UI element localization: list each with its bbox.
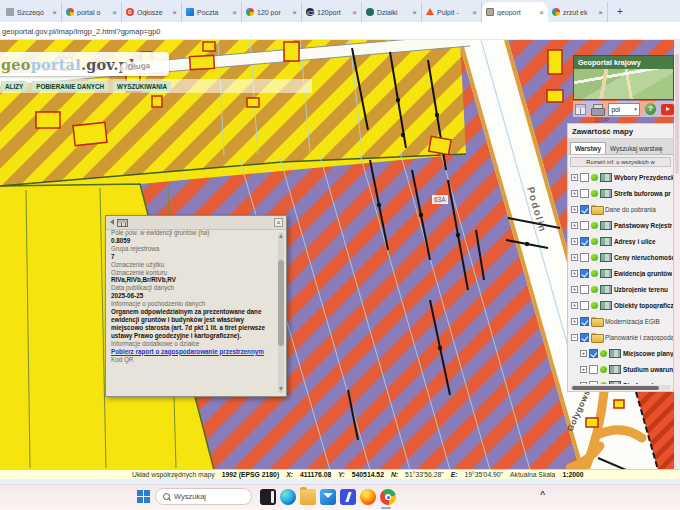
layer-row[interactable]: +Strefa buforowa pr [568,185,673,201]
expand-icon[interactable]: + [571,190,578,197]
browser-tab[interactable]: Szczegó× [2,2,62,22]
video-button[interactable] [661,104,674,115]
expand-icon[interactable]: + [571,222,578,229]
layer-row[interactable]: +Państwowy Rejestr [568,217,673,233]
edge-browser-icon[interactable] [280,489,296,505]
layer-row[interactable]: +Ceny nieruchomośc [568,249,673,265]
chrome-browser-icon[interactable] [380,489,396,505]
tray-chevron-icon[interactable]: ^ [540,489,545,499]
browser-scroll-thumb[interactable] [675,54,679,174]
layer-checkbox[interactable] [580,189,589,198]
layers-hscroll-thumb[interactable] [572,386,659,390]
browser-url-bar[interactable]: geoportal.gov.pl/imap/Imgp_2.html?gpmap=… [0,22,680,40]
download-report-link[interactable]: Pobierz raport o zagospodarowanie przest… [111,348,274,356]
language-select[interactable]: pol ▾ [608,103,639,116]
layer-checkbox[interactable] [580,173,589,182]
browser-tab[interactable]: GOgłosze× [122,2,182,22]
browser-tab[interactable]: Pulpit -× [422,2,482,22]
grid-tool-icon[interactable] [575,104,586,115]
tab-close-icon[interactable]: × [172,8,177,17]
browser-tab[interactable]: Działki× [362,2,422,22]
layer-row[interactable]: +Wybory Prezydenck [568,169,673,185]
scroll-up-icon[interactable] [279,234,283,238]
layer-checkbox[interactable] [580,253,589,262]
expand-icon[interactable]: + [571,238,578,245]
mail-app-icon[interactable] [320,489,336,505]
tab-close-icon[interactable]: × [539,8,544,17]
tab-close-icon[interactable]: × [52,8,57,17]
menu-item-wyszukiwania[interactable]: WYSZUKIWANIA [113,81,171,91]
layer-row[interactable]: +Obiekty topograficz [568,297,673,313]
table-icon[interactable] [117,219,128,227]
layer-row[interactable]: −Planowanie i zagospodar [568,329,673,345]
popup-close-icon[interactable]: × [274,218,283,227]
layer-checkbox[interactable] [580,205,589,214]
collapse-icon[interactable]: − [571,334,578,341]
menu-item-analizy[interactable]: ALIZY [1,81,27,91]
tab-close-icon[interactable]: × [112,8,117,17]
layer-checkbox[interactable] [580,285,589,294]
expand-icon[interactable]: + [571,254,578,261]
layer-checkbox[interactable] [580,237,589,246]
layer-checkbox[interactable] [589,349,598,358]
layer-checkbox[interactable] [580,221,589,230]
layer-checkbox[interactable] [580,317,589,326]
browser-tab[interactable]: 120 por× [242,2,302,22]
expand-all-link[interactable]: Rozwiń inf. o wszystkich w [570,157,671,167]
tab-close-icon[interactable]: × [352,8,357,17]
tab-wyszukaj-warstwe[interactable]: Wyszukaj warstwę [606,143,667,154]
tab-close-icon[interactable]: × [472,8,477,17]
layers-hscrollbar[interactable] [570,385,671,390]
expand-icon[interactable]: + [571,318,578,325]
help-button[interactable]: ? [645,103,657,115]
expand-icon[interactable]: + [571,206,578,213]
layer-checkbox[interactable] [589,381,598,385]
layer-row[interactable]: +Studium uwarun [568,361,673,377]
layer-row[interactable]: +Ewidencja gruntów [568,265,673,281]
expand-icon[interactable]: + [580,382,587,385]
overview-map-thumbnail[interactable] [574,69,673,99]
layer-checkbox[interactable] [589,365,598,374]
popup-scroll-thumb[interactable] [278,260,284,346]
tab-close-icon[interactable]: × [412,8,417,17]
windows-start-button[interactable] [137,490,143,496]
firefox-browser-icon[interactable] [360,489,376,505]
layer-row[interactable]: +Uzbrojenie terenu [568,281,673,297]
movavi-app-icon[interactable] [340,489,356,505]
layer-checkbox[interactable] [580,269,589,278]
layer-row[interactable]: +Adresy i ulice [568,233,673,249]
expand-icon[interactable]: + [580,350,587,357]
browser-tab[interactable]: Poczta× [182,2,242,22]
file-explorer-icon[interactable] [300,489,316,505]
browser-tab[interactable]: portal o× [62,2,122,22]
layer-checkbox[interactable] [580,333,589,342]
taskbar-search-input[interactable]: Wyszukaj [155,488,252,505]
layer-row[interactable]: +Miejscowe plany [568,345,673,361]
print-icon[interactable] [591,104,604,115]
tab-close-icon[interactable]: × [598,8,603,17]
overview-map-title[interactable]: Geoportal krajowy [574,56,673,69]
browser-scrollbar[interactable] [674,40,680,469]
back-arrow-icon[interactable] [110,219,114,225]
new-tab-button[interactable]: + [612,4,628,20]
tab-close-icon[interactable]: × [292,8,297,17]
browser-tab[interactable]: geoport× [482,2,548,22]
menu-item-pobieranie[interactable]: POBIERANIE DANYCH [32,81,108,91]
layer-row[interactable]: +Strefy wyłaczon [568,377,673,384]
browser-tab[interactable]: zrzut ek× [548,2,608,22]
browser-tab[interactable]: 120port× [302,2,362,22]
popup-scrollbar[interactable] [278,232,284,393]
tab-warstwy[interactable]: Warstwy [570,142,606,154]
notebook-app-icon[interactable] [260,489,276,505]
layer-checkbox[interactable] [580,301,589,310]
tab-close-icon[interactable]: × [232,8,237,17]
expand-icon[interactable]: + [571,174,578,181]
layer-row[interactable]: +Modernizacja EGiB [568,313,673,329]
expand-icon[interactable]: + [571,286,578,293]
expand-icon[interactable]: + [580,366,587,373]
expand-icon[interactable]: + [571,270,578,277]
layer-row[interactable]: +Dane do pobrania [568,201,673,217]
map-layer-icon [600,173,612,182]
scroll-down-icon[interactable] [279,387,283,391]
expand-icon[interactable]: + [571,302,578,309]
